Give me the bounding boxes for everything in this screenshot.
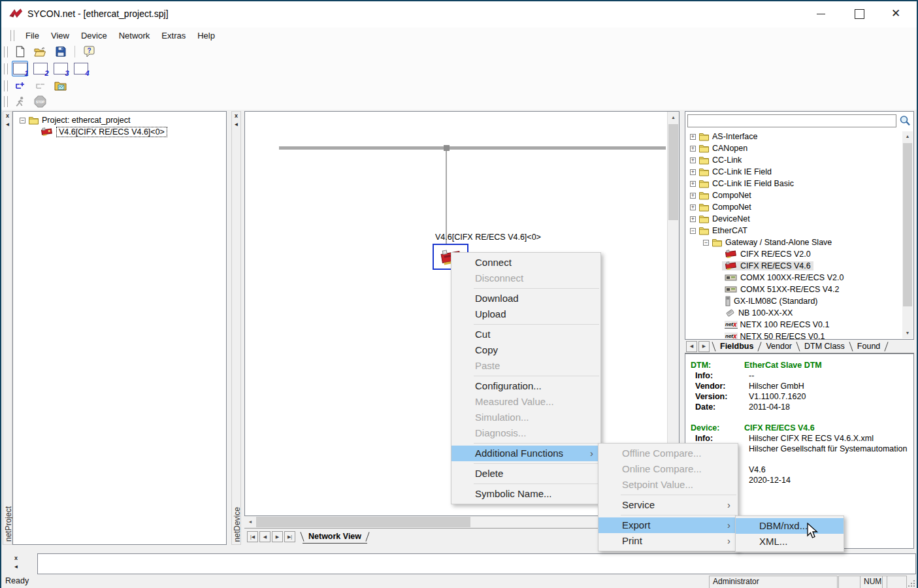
catalog-item[interactable]: +CC-Link IE Field: [685, 166, 902, 178]
tab-next-icon[interactable]: ▶: [272, 531, 283, 542]
menu-item-cut[interactable]: Cut: [451, 327, 600, 342]
tab-prev-icon[interactable]: ◀: [259, 531, 270, 542]
menu-item-download[interactable]: Download: [451, 291, 600, 306]
tab-network-view[interactable]: Network View: [302, 531, 368, 544]
menu-item-copy[interactable]: Copy: [451, 342, 600, 358]
bus-line[interactable]: [279, 146, 666, 150]
menu-item-simulation[interactable]: Simulation...: [451, 410, 600, 425]
close-panel-icon[interactable]: x: [12, 554, 20, 563]
menu-network[interactable]: Network: [113, 29, 156, 42]
expand-plus-icon[interactable]: +: [690, 169, 696, 175]
catalog-item[interactable]: +CC-Link IE Field Basic: [685, 178, 902, 189]
new-file-button[interactable]: [12, 44, 28, 59]
add-bus-button[interactable]: [12, 78, 28, 93]
window-3-button[interactable]: 3: [52, 61, 69, 76]
catalog-item[interactable]: +CompoNet: [685, 201, 902, 213]
collapse-panel-icon[interactable]: ◄: [232, 120, 240, 129]
menu-view[interactable]: View: [45, 29, 75, 42]
menu-item-offline-compare[interactable]: Offline Compare...: [598, 446, 738, 461]
expand-plus-icon[interactable]: +: [690, 157, 696, 163]
scroll-left-icon[interactable]: ◄: [246, 516, 255, 528]
catalog-item[interactable]: COMX 51XX-RE/ECS V4.2: [685, 284, 902, 295]
catalog-item[interactable]: −Gateway / Stand-Alone Slave: [685, 237, 902, 248]
catalog-item[interactable]: −EtherCAT: [685, 225, 902, 237]
catalog-scrollbar[interactable]: ▲ ▼: [902, 131, 913, 338]
catalog-item[interactable]: COMX 100XX-RE/ECS V2.0: [685, 272, 902, 284]
menu-item-symbolic-name[interactable]: Symbolic Name...: [451, 486, 600, 502]
project-root-item[interactable]: − Project: ethercat_project: [13, 114, 226, 126]
menu-item-upload[interactable]: Upload: [451, 306, 600, 322]
menu-help[interactable]: Help: [191, 29, 221, 42]
menu-item-additional-functions[interactable]: Additional Functions›: [451, 446, 600, 461]
catalog-search-input[interactable]: [687, 114, 896, 127]
scroll-up-icon[interactable]: ▲: [668, 112, 679, 123]
toolbar-grip[interactable]: [4, 63, 8, 74]
scrollbar-thumb[interactable]: [903, 143, 912, 306]
menu-item-dbm-nxd[interactable]: DBM/nxd...: [736, 518, 844, 534]
menu-item-export[interactable]: Export›: [598, 517, 738, 533]
minimize-button[interactable]: [817, 14, 825, 14]
bus-junction[interactable]: [444, 145, 450, 151]
menu-item-measured-value[interactable]: Measured Value...: [451, 394, 600, 410]
tab-dtm-class[interactable]: DTM Class: [798, 342, 851, 351]
toolbar-grip[interactable]: [4, 46, 8, 57]
project-device-item[interactable]: V4.6[CIFX RE/ECS V4.6]<0>: [13, 126, 226, 138]
scroll-down-icon[interactable]: ▼: [902, 328, 913, 338]
catalog-item-selected[interactable]: CIFX RE/ECS V4.6: [685, 260, 902, 272]
tab-prev-icon[interactable]: ◀: [686, 341, 697, 352]
menu-item-configuration[interactable]: Configuration...: [451, 378, 600, 394]
window-2-button[interactable]: 2: [32, 61, 48, 76]
close-panel-icon[interactable]: x: [232, 112, 240, 120]
window-1-button[interactable]: 1: [12, 61, 28, 76]
menu-item-diagnosis[interactable]: Diagnosis...: [451, 425, 600, 441]
tab-first-icon[interactable]: |◀: [247, 531, 258, 542]
menu-item-setpoint-value[interactable]: Setpoint Value...: [598, 477, 738, 493]
menu-item-delete[interactable]: Delete: [451, 466, 600, 482]
tab-found[interactable]: Found: [851, 342, 886, 351]
help-button[interactable]: ?: [81, 44, 97, 59]
remove-bus-button[interactable]: [32, 78, 48, 93]
catalog-item[interactable]: GX-ILM08C (Standard): [685, 295, 902, 307]
menu-item-online-compare[interactable]: Online Compare...: [598, 461, 738, 477]
catalog-item[interactable]: netxNETX 100 RE/ECS V0.1: [685, 319, 902, 331]
toolbar-grip[interactable]: [4, 80, 8, 91]
catalog-item[interactable]: +DeviceNet: [685, 213, 902, 225]
start-debug-button[interactable]: [12, 93, 28, 109]
maximize-button[interactable]: [855, 9, 864, 19]
tab-fieldbus[interactable]: Fieldbus: [714, 342, 759, 351]
output-panel[interactable]: [37, 553, 916, 574]
toolbar-grip[interactable]: [10, 30, 14, 41]
menu-item-disconnect[interactable]: Disconnect: [451, 270, 600, 286]
expand-plus-icon[interactable]: +: [690, 193, 696, 199]
toolbar-grip[interactable]: [4, 96, 8, 107]
close-button[interactable]: ✕: [891, 7, 900, 20]
device-catalog-button[interactable]: [52, 78, 69, 93]
tab-last-icon[interactable]: ▶|: [284, 531, 295, 542]
window-4-button[interactable]: 4: [73, 61, 89, 76]
catalog-item[interactable]: NB 100-XX-XX: [685, 307, 902, 319]
menu-item-service[interactable]: Service›: [598, 497, 738, 513]
expand-plus-icon[interactable]: +: [690, 134, 696, 140]
menu-item-connect[interactable]: Connect: [451, 255, 600, 270]
catalog-item[interactable]: +CANopen: [685, 142, 902, 154]
collapse-panel-icon[interactable]: ◄: [12, 563, 20, 571]
search-icon[interactable]: [898, 114, 911, 130]
menu-file[interactable]: File: [20, 29, 45, 42]
menu-device[interactable]: Device: [75, 29, 113, 42]
tab-next-icon[interactable]: ▶: [698, 341, 710, 352]
scrollbar-thumb[interactable]: [668, 124, 678, 220]
collapse-minus-icon[interactable]: −: [690, 228, 696, 234]
expand-plus-icon[interactable]: +: [690, 204, 696, 210]
collapse-panel-icon[interactable]: ◄: [3, 120, 12, 129]
menu-extras[interactable]: Extras: [156, 29, 191, 42]
open-project-button[interactable]: [32, 44, 48, 59]
stop-debug-button[interactable]: STOP: [32, 93, 48, 109]
expand-plus-icon[interactable]: +: [690, 216, 696, 222]
resize-grip[interactable]: [908, 578, 915, 588]
expand-plus-icon[interactable]: +: [690, 181, 696, 187]
menu-item-paste[interactable]: Paste: [451, 358, 600, 374]
catalog-item[interactable]: +CompoNet: [685, 189, 902, 201]
close-panel-icon[interactable]: x: [3, 112, 12, 120]
menu-item-xml[interactable]: XML...: [736, 534, 844, 549]
scroll-up-icon[interactable]: ▲: [902, 131, 913, 142]
